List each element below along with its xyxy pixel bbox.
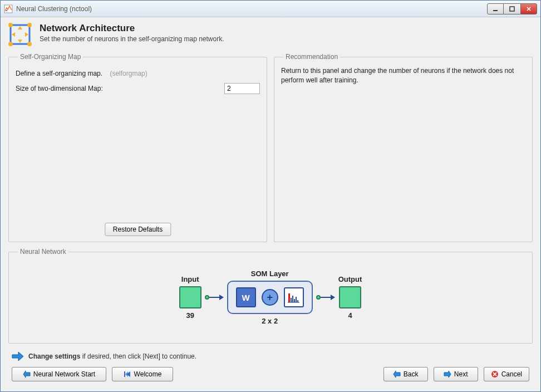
app-icon (4, 4, 13, 13)
close-icon (526, 6, 532, 12)
map-size-label: Size of two-dimensional Map: (16, 85, 103, 92)
minimize-icon (493, 6, 498, 12)
close-button[interactable] (520, 3, 537, 14)
svg-rect-11 (292, 296, 293, 302)
som-panel: Self-Organizing Map Define a self-organi… (8, 53, 267, 242)
neural-network-start-button[interactable]: Neural Network Start (12, 367, 106, 381)
som-label: SOM Layer (251, 270, 289, 278)
back-label: Back (404, 370, 419, 378)
hint-row: Change settings if desired, then click [… (12, 351, 533, 361)
neural-network-panel: Neural Network Input 39 SOM Layer W + (8, 248, 533, 344)
input-size: 39 (186, 311, 194, 320)
define-hint: (selforgmap) (110, 70, 147, 77)
input-label: Input (181, 275, 199, 283)
recommendation-panel: Recommendation Return to this panel and … (274, 53, 533, 242)
svg-point-1 (6, 9, 7, 11)
rewind-icon (124, 370, 131, 378)
input-block (179, 286, 201, 308)
page-title: Network Architecture (40, 23, 224, 34)
map-size-input[interactable] (224, 83, 260, 94)
output-block (339, 286, 361, 308)
hint-bold: Change settings (28, 352, 80, 360)
cancel-label: Cancel (501, 370, 522, 378)
svg-rect-16 (124, 371, 125, 377)
som-panel-legend: Self-Organizing Map (18, 53, 83, 61)
hint-rest: if desired, then click [Next] to continu… (80, 352, 196, 360)
restore-defaults-button[interactable]: Restore Defaults (105, 223, 171, 236)
cancel-icon (491, 370, 499, 378)
transfer-fn-block (284, 287, 304, 307)
next-button[interactable]: Next (434, 367, 478, 381)
svg-rect-10 (291, 298, 292, 302)
arrow-left-icon (393, 370, 401, 378)
connector (316, 295, 335, 300)
cancel-button[interactable]: Cancel (484, 367, 529, 381)
weight-block: W (236, 287, 256, 307)
maximize-button[interactable] (504, 3, 520, 14)
welcome-label: Welcome (134, 370, 162, 378)
svg-rect-3 (510, 7, 514, 11)
svg-rect-13 (296, 297, 297, 302)
svg-rect-12 (294, 299, 295, 302)
back-button[interactable]: Back (383, 367, 428, 381)
output-label: Output (338, 275, 362, 283)
page-header: Network Architecture Set the number of n… (8, 23, 533, 46)
nnstart-label: Neural Network Start (33, 370, 95, 378)
network-arch-icon (8, 23, 32, 46)
svg-point-5 (8, 23, 13, 27)
svg-point-6 (27, 23, 32, 27)
svg-point-8 (27, 42, 32, 46)
recommendation-text: Return to this panel and change the numb… (281, 66, 525, 85)
footer-buttons: Neural Network Start Welcome Back Next (8, 367, 533, 384)
arrow-right-icon (444, 370, 451, 378)
window-title: Neural Clustering (nctool) (16, 5, 487, 13)
page-subtitle: Set the number of neurons in the self-or… (40, 35, 224, 43)
compet-icon (287, 290, 301, 305)
main-window: Neural Clustering (nctool) (0, 0, 541, 392)
nn-panel-legend: Neural Network (18, 248, 68, 256)
welcome-button[interactable]: Welcome (112, 367, 173, 381)
sum-block: + (262, 289, 278, 306)
nn-diagram: Input 39 SOM Layer W + (16, 261, 525, 334)
output-size: 4 (348, 311, 352, 320)
recommendation-legend: Recommendation (283, 53, 340, 61)
content-area: Network Architecture Set the number of n… (1, 17, 540, 391)
som-size: 2 x 2 (262, 317, 278, 325)
som-layer-box: W + (227, 281, 313, 314)
svg-point-7 (8, 42, 13, 46)
titlebar[interactable]: Neural Clustering (nctool) (1, 1, 540, 17)
maximize-icon (509, 6, 515, 12)
arrow-right-icon (12, 351, 24, 361)
define-text: Define a self-organizing map. (16, 70, 102, 77)
svg-rect-9 (288, 293, 290, 302)
next-label: Next (454, 370, 468, 378)
minimize-button[interactable] (487, 3, 504, 14)
back-arrow-icon (23, 370, 31, 378)
connector (205, 295, 224, 300)
svg-rect-2 (493, 10, 498, 11)
